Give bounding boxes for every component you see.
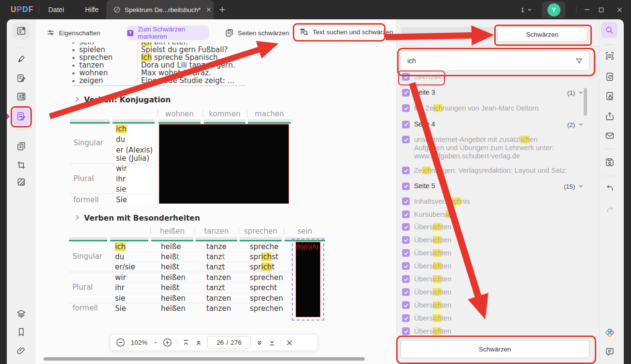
result-item[interactable]: unser Internet-Angebot mit zusätzlichen … (402, 136, 568, 160)
redact-tool[interactable] (13, 108, 30, 125)
page-number-input[interactable]: 26 / 276 (207, 336, 251, 349)
result-item[interactable]: Übersichten (402, 236, 451, 244)
layers-tool[interactable] (13, 305, 30, 322)
result-group-header[interactable]: Seite 5 (402, 182, 435, 190)
mark-redaction-button[interactable]: Zum Schwärzen markieren (127, 26, 209, 40)
redo-button[interactable] (602, 201, 618, 218)
document-tab[interactable]: Spektrum De...rbeitsbuch* (106, 0, 214, 19)
redact-mode-button[interactable]: Schwärzen (497, 27, 588, 42)
zoom-dropdown[interactable] (153, 340, 158, 345)
result-item[interactable]: Kursübersicht (402, 210, 457, 219)
horizontal-scrollbar[interactable] (43, 357, 365, 361)
last-page-button[interactable] (268, 339, 276, 347)
menu-datei[interactable]: Datei (48, 6, 64, 14)
save-tool[interactable] (602, 154, 618, 170)
item-checkbox[interactable] (402, 301, 410, 309)
first-page-button[interactable] (182, 339, 190, 347)
item-checkbox[interactable] (402, 223, 410, 231)
next-page-button[interactable] (256, 339, 263, 347)
result-item[interactable]: Übersichten (402, 249, 451, 257)
search-tool[interactable] (601, 22, 617, 38)
item-checkbox[interactable] (402, 104, 410, 112)
select-all-row[interactable]: 2847/2847 (402, 73, 445, 81)
bookmarks-tool[interactable] (13, 323, 30, 341)
forms-tool[interactable] (13, 88, 30, 105)
chevron-down-icon[interactable] (578, 121, 584, 127)
organize-pages-tool[interactable] (13, 138, 30, 155)
chevron-down-icon[interactable] (578, 183, 584, 189)
email-tool[interactable] (602, 127, 618, 144)
result-item[interactable]: Übersichten (402, 275, 451, 283)
result-text: Übersichten (414, 314, 451, 322)
watermark-tool[interactable] (13, 173, 30, 191)
filter-icon[interactable] (575, 57, 583, 65)
item-checkbox[interactable] (402, 210, 410, 218)
previous-page-button[interactable] (195, 339, 202, 347)
result-item[interactable]: Inhaltsverzeichnis (402, 197, 470, 206)
annotate-tool[interactable] (13, 50, 30, 68)
account-button[interactable]: Y (542, 1, 565, 18)
attachments-tool[interactable] (13, 342, 30, 360)
convert-page-tool[interactable] (602, 69, 618, 85)
ai-clover-icon (604, 327, 615, 338)
divider (281, 339, 281, 347)
result-group-header[interactable]: Seite 4 (402, 120, 435, 128)
group-checkbox[interactable] (402, 182, 410, 190)
edit-tool[interactable] (13, 70, 30, 87)
ai-assistant-button[interactable] (602, 324, 618, 341)
redaction-box-selected[interactable]: (b)(1)(A) (296, 242, 320, 317)
properties-label: Eigenschaften (59, 29, 100, 37)
search-input[interactable] (406, 56, 571, 65)
zoom-in-button[interactable] (163, 338, 172, 347)
maximize-button[interactable] (595, 4, 607, 15)
minimize-button[interactable] (581, 4, 593, 15)
reader-view-tool[interactable] (13, 22, 30, 40)
column-header: tanzen (196, 227, 237, 236)
item-checkbox[interactable] (402, 136, 410, 143)
item-checkbox[interactable] (402, 197, 410, 205)
select-all-checkbox[interactable] (402, 73, 410, 81)
item-checkbox[interactable] (402, 275, 410, 283)
result-group-header[interactable]: Seite 3 (402, 88, 435, 97)
result-item[interactable]: Übersichten (402, 262, 451, 270)
result-item[interactable]: Übersichten (402, 223, 451, 231)
group-checkbox[interactable] (402, 89, 410, 97)
tab-close-icon[interactable] (206, 7, 212, 13)
section-title: Verben mit Besonderheiten (84, 214, 200, 223)
item-checkbox[interactable] (402, 249, 410, 257)
search-and-redact-label: Text suchen und schwärzen (313, 28, 393, 36)
redaction-box[interactable] (159, 124, 289, 204)
item-checkbox[interactable] (402, 314, 410, 322)
item-checkbox[interactable] (402, 288, 410, 296)
redact-pages-button[interactable]: Seiten schwärzen (225, 26, 289, 40)
chevron-down-icon[interactable] (578, 89, 584, 95)
result-item[interactable]: Übersichten (402, 288, 451, 296)
close-button[interactable] (614, 4, 625, 15)
result-item[interactable]: Übersichten (402, 301, 451, 309)
protect-page-tool[interactable] (602, 88, 618, 104)
new-tab-button[interactable] (216, 4, 228, 15)
check-icon (403, 238, 409, 243)
undo-button[interactable] (602, 180, 618, 196)
window-count-dropdown[interactable]: 1 (521, 4, 532, 15)
close-toolbar-button[interactable] (286, 339, 293, 346)
ocr-tool[interactable]: OCR (602, 48, 618, 64)
share-tool[interactable] (602, 108, 618, 125)
properties-button[interactable]: Eigenschaften (46, 26, 100, 40)
group-checkbox[interactable] (402, 121, 410, 128)
result-item[interactable]: Übersichten (402, 327, 451, 336)
item-checkbox[interactable] (402, 262, 410, 270)
zoom-out-button[interactable] (116, 338, 125, 347)
search-and-redact-button[interactable]: Text suchen und schwärzen (300, 26, 393, 38)
item-checkbox[interactable] (402, 327, 410, 335)
result-item[interactable]: Mit Zeichnungen von Jean-Marc Deltorn (402, 104, 539, 112)
feedback-button[interactable] (602, 344, 618, 360)
item-checkbox[interactable] (402, 167, 410, 174)
item-checkbox[interactable] (402, 236, 410, 244)
panel-scrollbar[interactable] (584, 88, 587, 116)
result-item[interactable]: Zeichnungen: Verlagsredaktion: Layout un… (402, 167, 567, 175)
apply-redaction-button[interactable]: Schwärzen (401, 340, 589, 358)
crop-tool[interactable] (13, 156, 30, 174)
menu-hilfe[interactable]: Hilfe (85, 6, 99, 14)
result-item[interactable]: Übersichten (402, 314, 451, 322)
